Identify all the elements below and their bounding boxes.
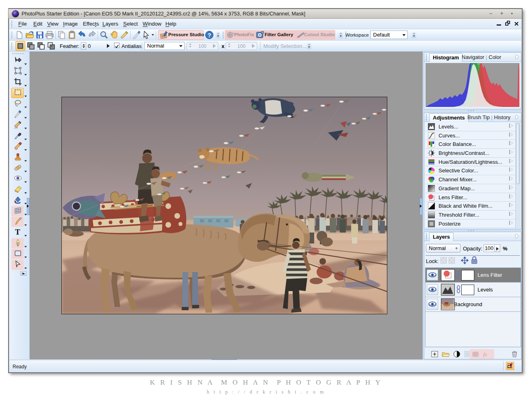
svg-text:T: T [15,228,20,236]
svg-text:?: ? [208,32,211,39]
svg-text:fx: fx [483,351,487,357]
